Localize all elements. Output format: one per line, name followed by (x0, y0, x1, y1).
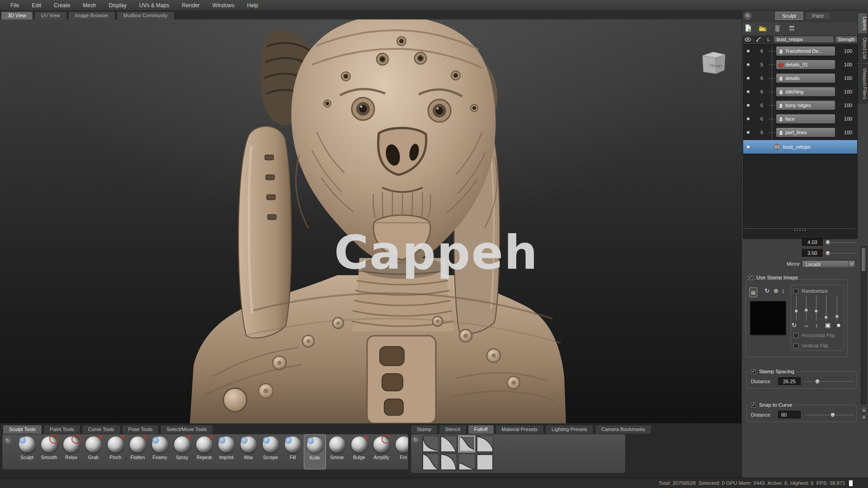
layer-row-bony-ridges[interactable]: 6 bony ridges 100 (743, 99, 857, 112)
visibility-dot[interactable] (747, 77, 750, 80)
falloff-preset-s-curve-selected[interactable] (458, 436, 475, 452)
tool-scrape[interactable]: Scrape (259, 434, 282, 469)
tool-flatten[interactable]: Flatten (127, 434, 149, 469)
falloff-preset-dome[interactable] (440, 454, 457, 470)
tab-lighting-presets[interactable]: Lighting Presets (545, 425, 594, 434)
strength-slider[interactable] (826, 250, 856, 256)
panel-splitter[interactable] (744, 228, 856, 232)
tab-paint-tools[interactable]: Paint Tools (43, 425, 80, 434)
stamp-distance-input[interactable] (778, 377, 801, 385)
layer-row-part-lines[interactable]: 6 part_lines 100 (743, 126, 857, 139)
scroll-up-icon[interactable]: ▲ (861, 407, 867, 413)
randomize-rotate-icon[interactable]: ↻ (792, 322, 797, 328)
menu-uvs-maps[interactable]: UVs & Maps (133, 1, 175, 10)
tool-relax[interactable]: Relax (60, 434, 82, 469)
side-tab-layers[interactable]: Layers (858, 13, 868, 34)
tool-sculpt[interactable]: Sculpt (16, 434, 38, 469)
tab-sculpt-tools[interactable]: Sculpt Tools (3, 425, 42, 434)
falloff-preset-constant[interactable] (476, 454, 493, 470)
tab-stamp[interactable]: Stamp (410, 425, 438, 434)
layer-row-details[interactable]: 6 details 100 (743, 71, 857, 85)
falloff-preset-steep-decay[interactable] (422, 436, 439, 452)
tab-mudbox-community[interactable]: Mudbox Community (117, 11, 175, 19)
strength-input[interactable] (802, 249, 823, 257)
stamp-preview-image[interactable] (750, 301, 786, 335)
menu-help[interactable]: Help (241, 1, 264, 10)
visibility-dot[interactable] (747, 63, 750, 66)
layer-row-stitching[interactable]: 6 stitching 100 (743, 85, 857, 99)
tab-paint-layers[interactable]: Paint (806, 12, 830, 20)
tool-spray[interactable]: Spray (171, 434, 193, 469)
layer-strength[interactable]: 100 (839, 103, 857, 108)
layer-strength[interactable]: 100 (839, 75, 857, 81)
view-cube[interactable]: FRONT (698, 50, 728, 76)
tab-curve-tools[interactable]: Curve Tools (82, 425, 121, 434)
falloff-preset-plateau-drop[interactable] (476, 436, 493, 452)
layer-row-face[interactable]: 6 face 100 (743, 112, 857, 126)
scrollbar-handle[interactable] (862, 248, 866, 271)
tab-uv-view[interactable]: UV View (34, 11, 67, 19)
tool-freeze[interactable]: Fre (392, 434, 409, 469)
randomize-vertical-icon[interactable]: ↕ (815, 322, 818, 328)
visibility-dot[interactable] (747, 145, 750, 148)
edit-stamp-icon[interactable]: ▣ (825, 322, 830, 328)
viewport-3d[interactable]: Cappeh FRONT (0, 19, 741, 423)
tool-amplify[interactable]: Amplify (370, 434, 392, 469)
tool-wax[interactable]: Wax (237, 434, 259, 469)
tool-knife-selected[interactable]: Knife (304, 434, 326, 469)
layer-strength[interactable]: 100 (839, 62, 857, 67)
falloff-preset-s-curve-late[interactable] (422, 454, 439, 470)
tool-imprint[interactable]: Imprint (215, 434, 237, 469)
layer-row-bust-retopo-selected[interactable]: bust_retopo (743, 140, 857, 154)
falloff-preset-convex-decay[interactable] (440, 436, 457, 452)
randomize-slider-1[interactable] (796, 296, 797, 321)
falloff-collapse-icon[interactable]: ↻ (412, 436, 419, 443)
side-tab-viewport-filters[interactable]: Viewport Filters (858, 64, 868, 103)
layer-name-field[interactable]: bust_retopo (774, 36, 834, 43)
tool-repeat[interactable]: Repeat (193, 434, 215, 469)
scale-stamp-icon[interactable]: ↕ (782, 287, 785, 294)
size-input[interactable] (802, 238, 823, 246)
tab-pose-tools[interactable]: Pose Tools (122, 425, 159, 434)
visibility-dot[interactable] (747, 104, 750, 107)
visibility-dot[interactable] (747, 50, 750, 52)
tab-3d-view[interactable]: 3D View (1, 11, 33, 19)
menu-create[interactable]: Create (48, 1, 76, 10)
tab-sculpt-layers[interactable]: Sculpt (775, 12, 803, 20)
layer-strength[interactable]: 100 (839, 48, 857, 54)
tab-stencil[interactable]: Stencil (439, 425, 467, 434)
tool-smooth[interactable]: Smooth (38, 434, 60, 469)
move-stamp-icon[interactable]: ⊕ (774, 287, 778, 294)
vertical-flip-checkbox[interactable] (793, 343, 798, 348)
stamp-distance-slider[interactable] (804, 379, 854, 384)
falloff-preset-low-bump[interactable] (458, 454, 475, 470)
menu-file[interactable]: File (5, 1, 25, 10)
merge-layer-icon[interactable] (787, 23, 796, 33)
delete-layer-icon[interactable] (773, 23, 782, 33)
tool-bulge[interactable]: Bulge (348, 434, 370, 469)
visibility-dot[interactable] (747, 117, 750, 120)
menu-mesh[interactable]: Mesh (77, 1, 102, 10)
stamp-file-icon[interactable]: ▤ (749, 287, 757, 297)
tab-image-browser[interactable]: Image Browser (68, 11, 115, 19)
menu-display[interactable]: Display (103, 1, 132, 10)
snap-distance-input[interactable] (778, 411, 801, 418)
layer-strength[interactable]: 100 (839, 130, 857, 135)
tool-fill[interactable]: Fill (282, 434, 304, 469)
tab-falloff[interactable]: Falloff (468, 425, 494, 434)
tool-smear[interactable]: Smear (326, 434, 348, 469)
layer-row-transferred-de[interactable]: 6 Transferred De... 100 (743, 44, 857, 58)
randomize-slider-5[interactable] (837, 296, 837, 321)
layer-strength[interactable]: 100 (839, 89, 857, 94)
panel-collapse-icon[interactable]: ↻ (744, 12, 751, 19)
layer-strength[interactable]: 100 (839, 116, 857, 122)
menu-edit[interactable]: Edit (26, 1, 47, 10)
tab-select-move-tools[interactable]: Select/Move Tools (160, 425, 213, 434)
randomize-slider-3[interactable] (816, 296, 816, 321)
tray-collapse-icon[interactable]: ↻ (4, 437, 11, 444)
size-slider[interactable] (826, 239, 856, 245)
menu-render[interactable]: Render (176, 1, 205, 10)
visibility-column-eye-icon[interactable] (743, 36, 753, 43)
tab-camera-bookmarks[interactable]: Camera Bookmarks (595, 425, 651, 434)
tab-material-presets[interactable]: Material Presets (495, 425, 544, 434)
